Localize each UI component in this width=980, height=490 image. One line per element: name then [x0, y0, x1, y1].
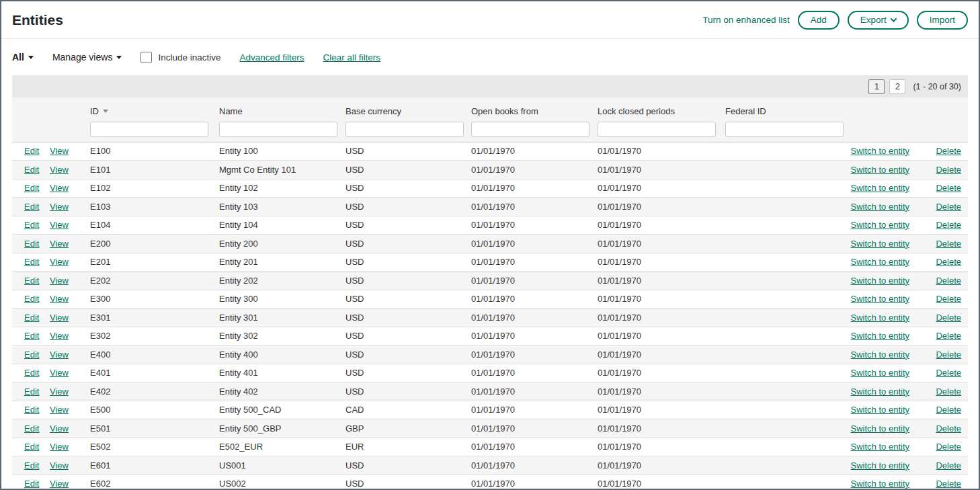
delete-link[interactable]: Delete [936, 460, 961, 471]
view-link[interactable]: View [50, 257, 69, 267]
federal-id-column-header[interactable]: Federal ID [719, 97, 842, 118]
view-link[interactable]: View [50, 350, 69, 360]
edit-link[interactable]: Edit [24, 294, 39, 304]
view-link[interactable]: View [50, 368, 69, 378]
edit-link[interactable]: Edit [24, 183, 39, 193]
base-currency-filter-input[interactable] [345, 122, 464, 137]
delete-link[interactable]: Delete [936, 294, 961, 304]
federal-id-filter-input[interactable] [725, 122, 844, 137]
edit-link[interactable]: Edit [24, 423, 39, 434]
edit-link[interactable]: Edit [24, 386, 39, 397]
open-books-column-header[interactable]: Open books from [464, 97, 591, 118]
switch-to-entity-link[interactable]: Switch to entity [851, 479, 909, 489]
delete-link[interactable]: Delete [936, 331, 961, 341]
view-dropdown[interactable]: All [12, 52, 34, 63]
edit-link[interactable]: Edit [24, 442, 39, 452]
delete-link[interactable]: Delete [936, 202, 961, 212]
id-column-header[interactable]: ID [83, 97, 212, 118]
edit-link[interactable]: Edit [24, 165, 39, 175]
delete-link[interactable]: Delete [936, 146, 961, 156]
switch-to-entity-link[interactable]: Switch to entity [851, 183, 909, 193]
edit-link[interactable]: Edit [24, 220, 39, 230]
view-link[interactable]: View [50, 183, 69, 193]
delete-link[interactable]: Delete [936, 386, 961, 397]
switch-to-entity-link[interactable]: Switch to entity [851, 294, 909, 304]
lock-closed-column-header[interactable]: Lock closed periods [591, 97, 719, 118]
delete-link[interactable]: Delete [936, 313, 961, 323]
switch-to-entity-link[interactable]: Switch to entity [851, 202, 909, 212]
open-books-filter-input[interactable] [471, 122, 589, 137]
enhanced-list-link[interactable]: Turn on enhanced list [702, 15, 789, 25]
switch-to-entity-link[interactable]: Switch to entity [851, 257, 909, 267]
view-link[interactable]: View [50, 442, 69, 452]
switch-to-entity-link[interactable]: Switch to entity [851, 405, 909, 415]
id-filter-input[interactable] [90, 122, 208, 137]
view-link[interactable]: View [50, 460, 69, 471]
view-link[interactable]: View [50, 294, 69, 304]
view-link[interactable]: View [50, 331, 69, 341]
switch-to-entity-link[interactable]: Switch to entity [851, 368, 909, 378]
delete-link[interactable]: Delete [936, 442, 961, 452]
base-currency-column-header[interactable]: Base currency [339, 97, 464, 118]
edit-link[interactable]: Edit [24, 257, 39, 267]
view-link[interactable]: View [50, 202, 69, 212]
switch-to-entity-link[interactable]: Switch to entity [851, 350, 909, 360]
advanced-filters-link[interactable]: Advanced filters [239, 52, 304, 63]
delete-link[interactable]: Delete [936, 350, 961, 360]
view-link[interactable]: View [50, 239, 69, 249]
view-link[interactable]: View [50, 220, 69, 230]
view-link[interactable]: View [50, 313, 69, 323]
switch-to-entity-link[interactable]: Switch to entity [851, 239, 909, 249]
edit-link[interactable]: Edit [24, 202, 39, 212]
view-link[interactable]: View [50, 276, 69, 286]
switch-to-entity-link[interactable]: Switch to entity [851, 146, 909, 156]
edit-link[interactable]: Edit [24, 239, 39, 249]
switch-to-entity-link[interactable]: Switch to entity [851, 386, 909, 397]
switch-to-entity-link[interactable]: Switch to entity [851, 313, 909, 323]
name-filter-input[interactable] [219, 122, 337, 137]
delete-link[interactable]: Delete [936, 239, 961, 249]
delete-link[interactable]: Delete [936, 479, 961, 489]
switch-to-entity-link[interactable]: Switch to entity [851, 423, 909, 434]
switch-to-entity-link[interactable]: Switch to entity [851, 331, 909, 341]
table-row: Edit View E500 Entity 500_CAD CAD 01/01/… [12, 401, 968, 419]
clear-all-filters-link[interactable]: Clear all filters [323, 52, 381, 63]
name-column-header[interactable]: Name [212, 97, 339, 118]
edit-link[interactable]: Edit [24, 146, 39, 156]
view-link[interactable]: View [50, 386, 69, 397]
page-2-button[interactable]: 2 [889, 79, 905, 94]
edit-link[interactable]: Edit [24, 331, 39, 341]
delete-link[interactable]: Delete [936, 276, 961, 286]
view-link[interactable]: View [50, 146, 69, 156]
view-link[interactable]: View [50, 165, 69, 175]
manage-views-dropdown[interactable]: Manage views [52, 52, 122, 63]
delete-link[interactable]: Delete [936, 257, 961, 267]
edit-link[interactable]: Edit [24, 313, 39, 323]
delete-link[interactable]: Delete [936, 165, 961, 175]
edit-link[interactable]: Edit [24, 460, 39, 471]
delete-link[interactable]: Delete [936, 423, 961, 434]
delete-link[interactable]: Delete [936, 405, 961, 415]
switch-to-entity-link[interactable]: Switch to entity [851, 460, 909, 471]
switch-to-entity-link[interactable]: Switch to entity [851, 165, 909, 175]
delete-link[interactable]: Delete [936, 368, 961, 378]
view-link[interactable]: View [50, 405, 69, 415]
view-link[interactable]: View [50, 479, 69, 489]
import-button[interactable]: Import [917, 11, 968, 30]
switch-to-entity-link[interactable]: Switch to entity [851, 276, 909, 286]
include-inactive-checkbox[interactable] [140, 52, 152, 63]
page-1-button[interactable]: 1 [868, 79, 885, 94]
switch-to-entity-link[interactable]: Switch to entity [851, 442, 909, 452]
delete-link[interactable]: Delete [936, 220, 961, 230]
switch-to-entity-link[interactable]: Switch to entity [851, 220, 909, 230]
edit-link[interactable]: Edit [24, 368, 39, 378]
edit-link[interactable]: Edit [24, 276, 39, 286]
edit-link[interactable]: Edit [24, 479, 39, 489]
view-link[interactable]: View [50, 423, 69, 434]
lock-closed-filter-input[interactable] [598, 122, 716, 137]
edit-link[interactable]: Edit [24, 405, 39, 415]
export-button[interactable]: Export [848, 11, 909, 30]
edit-link[interactable]: Edit [24, 350, 39, 360]
add-button[interactable]: Add [798, 11, 840, 30]
delete-link[interactable]: Delete [936, 183, 961, 193]
